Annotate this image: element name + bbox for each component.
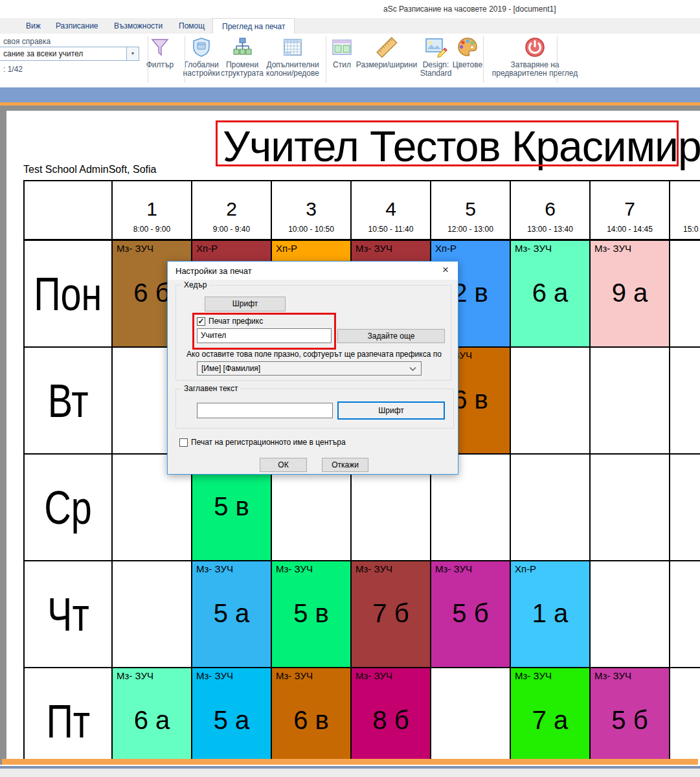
- empty-cell: [670, 455, 700, 561]
- lesson-class: 6 а: [511, 278, 589, 307]
- window-title: aSc Разписание на часовете 2019 - [docum…: [383, 5, 556, 14]
- extra-columns-rows-button[interactable]: Допълнителни колони/редове: [256, 35, 330, 78]
- lesson-class: 5 в: [272, 598, 350, 627]
- ribbon-separator: [148, 36, 148, 83]
- day-header-cell: Чт: [25, 561, 113, 668]
- title-annotation-box: [216, 120, 679, 166]
- period-header-cell: 613:00 - 13:40: [511, 181, 591, 241]
- lesson-cell: Мз- ЗУЧ6 в: [272, 668, 352, 759]
- report-type-combo[interactable]: сание за всеки учител ▼: [0, 47, 139, 61]
- tab-преглед-на-печат[interactable]: Преглед на печат: [212, 18, 295, 34]
- name-format-dropdown[interactable]: [Име] [Фамилия]: [197, 361, 422, 376]
- title-bar: aSc Разписание на часовете 2019 - [docum…: [0, 0, 700, 18]
- empty-cell: [670, 241, 700, 348]
- period-time: 13:00 - 13:40: [511, 225, 589, 234]
- gray-band: [0, 106, 700, 111]
- blue-separator-bar: [0, 87, 700, 102]
- period-number: 5: [431, 198, 510, 220]
- lesson-cell: Мз- ЗУЧ8 б: [352, 668, 431, 759]
- day-label: Вт: [48, 374, 89, 427]
- header-corner-cell: [25, 181, 113, 241]
- school-name: Test School AdminSoft, Sofia: [23, 164, 156, 175]
- ruler-icon: [352, 35, 422, 60]
- lesson-class: 5 а: [192, 598, 271, 627]
- empty-cell: [113, 561, 192, 668]
- lesson-cell: Мз- ЗУЧ5 б: [591, 668, 670, 759]
- title-text-input[interactable]: [197, 403, 333, 418]
- dialog-title-bar[interactable]: Настройки за печат ×: [168, 262, 458, 280]
- empty-cell: [591, 455, 670, 561]
- name-format-value: [Име] [Фамилия]: [201, 364, 260, 373]
- lesson-subject: Мз- ЗУЧ: [356, 670, 392, 681]
- empty-cell: [591, 561, 670, 668]
- period-header-cell: 18:00 - 9:00: [113, 181, 192, 241]
- period-header-cell: 512:00 - 13:00: [431, 181, 511, 241]
- period-header-cell: 410:50 - 11:40: [352, 181, 431, 241]
- empty-cell: [670, 561, 700, 668]
- ribbon-separator: [185, 36, 185, 83]
- close-preview-button[interactable]: Затваряне на предварителен преглед: [482, 35, 587, 78]
- title-group-label: Заглавен текст: [181, 384, 241, 393]
- cancel-button[interactable]: Откажи: [322, 458, 368, 472]
- lesson-class: 5 б: [431, 598, 510, 627]
- close-preview-label: Затваряне на предварителен преглед: [482, 61, 587, 78]
- ribbon-separator: [483, 36, 484, 83]
- lesson-subject: Хп-Р: [276, 243, 297, 254]
- ribbon-separator: [326, 36, 326, 83]
- title-font-button[interactable]: Шрифт: [337, 401, 445, 420]
- set-more-button[interactable]: Задайте още: [337, 329, 445, 343]
- print-registration-label: Печат на регистрационното име в центъра: [191, 438, 346, 447]
- report-type-value: сание за всеки учител: [3, 49, 83, 58]
- tab-bar: ВижРазписаниеВъзможностиПомощПреглед на …: [0, 18, 700, 34]
- chevron-down-icon[interactable]: ▼: [126, 47, 139, 60]
- lesson-cell: Мз- ЗУЧ5 а: [192, 668, 272, 759]
- period-time: 10:50 - 11:40: [352, 225, 430, 234]
- header-group-label: Хедър: [181, 280, 209, 289]
- lesson-subject: Хп-Р: [196, 243, 218, 254]
- header-font-button[interactable]: Шрифт: [205, 297, 286, 311]
- empty-cell: [511, 348, 591, 455]
- close-icon[interactable]: ×: [435, 262, 457, 280]
- day-header-cell: Ср: [25, 455, 113, 561]
- lesson-subject: Мз- ЗУЧ: [435, 563, 472, 574]
- tab-разписание[interactable]: Разписание: [47, 18, 107, 34]
- period-header-cell: 714:00 - 14:45: [591, 181, 670, 241]
- lesson-class: 6 а: [113, 705, 191, 734]
- ok-button[interactable]: ОК: [260, 458, 307, 472]
- sizes-widths-label: Размери/ширини: [352, 61, 422, 69]
- orange-frame-bottom: [2, 759, 698, 765]
- period-header-cell: 29:00 - 9:40: [192, 181, 272, 241]
- page-counter: : 1/42: [3, 65, 23, 74]
- day-header-cell: Вт: [25, 348, 113, 455]
- period-time: 14:00 - 14:45: [591, 225, 669, 234]
- empty-cell: [511, 455, 591, 561]
- ribbon-separator: [557, 36, 558, 83]
- lesson-subject: Мз- ЗУЧ: [356, 243, 392, 254]
- lesson-cell: Мз- ЗУЧ7 а: [511, 668, 591, 759]
- lesson-subject: Мз- ЗУЧ: [196, 670, 233, 681]
- grid-icon: [256, 35, 330, 60]
- lesson-cell: Мз- ЗУЧ7 б: [352, 561, 431, 668]
- day-header-cell: Пон: [25, 241, 113, 348]
- status-bar: [0, 769, 700, 777]
- power-icon: [482, 35, 587, 60]
- period-number: 1: [113, 198, 191, 220]
- lesson-subject: Хп-Р: [435, 243, 457, 254]
- lesson-class: 9 а: [591, 278, 669, 307]
- print-registration-checkbox[interactable]: [179, 438, 188, 447]
- gray-left-margin: [0, 106, 6, 768]
- sizes-widths-button[interactable]: Размери/ширини: [352, 35, 422, 69]
- period-number: 6: [511, 198, 589, 220]
- tab-възможности[interactable]: Възможности: [105, 18, 172, 34]
- period-number: 7: [591, 198, 669, 220]
- period-time: 12:00 - 13:00: [431, 225, 510, 234]
- period-time: 15:0: [670, 225, 700, 234]
- tab-виж[interactable]: Виж: [17, 18, 50, 34]
- application-window: aSc Разписание на часовете 2019 - [docum…: [0, 0, 700, 777]
- lesson-subject: Мз- ЗУЧ: [515, 670, 552, 681]
- filter-button[interactable]: Филтър: [141, 35, 179, 69]
- lesson-class: 5 а: [192, 705, 271, 734]
- tab-помощ[interactable]: Помощ: [170, 18, 214, 34]
- lesson-class: 1 а: [511, 598, 589, 627]
- lesson-subject: Мз- ЗУЧ: [594, 243, 631, 254]
